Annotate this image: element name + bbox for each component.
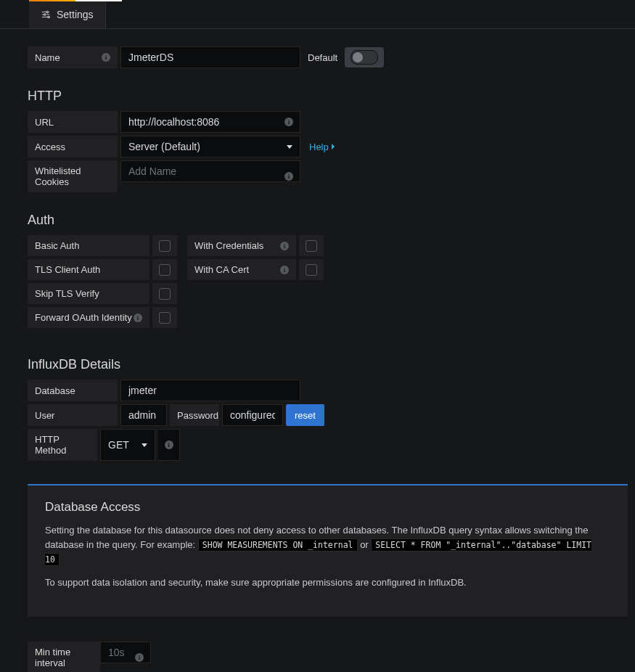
svg-point-2	[48, 16, 49, 17]
database-label: Database	[28, 380, 118, 401]
database-input[interactable]	[120, 380, 300, 401]
database-access-panel: Database Access Setting the database for…	[28, 484, 628, 617]
name-input[interactable]	[120, 46, 300, 68]
info-icon[interactable]	[165, 441, 173, 449]
panel-title: Database Access	[45, 500, 610, 515]
cookies-label: Whitelisted Cookies	[28, 160, 118, 192]
credentials-checkbox[interactable]	[306, 240, 317, 252]
forward-oauth-label: Forward OAuth Identity	[28, 307, 149, 328]
auth-title: Auth	[28, 213, 635, 228]
sliders-icon	[41, 9, 51, 20]
credentials-label: With Credentials	[187, 235, 296, 256]
access-select[interactable]: Server (Default)	[120, 136, 300, 157]
cacert-checkbox[interactable]	[306, 264, 317, 276]
access-label: Access	[28, 136, 118, 157]
info-icon[interactable]	[135, 653, 144, 662]
http-method-label: HTTP Method	[28, 429, 97, 461]
user-label: User	[28, 404, 118, 426]
svg-point-0	[46, 11, 48, 12]
chevron-right-icon	[332, 144, 335, 149]
chevron-down-icon	[142, 443, 147, 447]
min-interval-label: Min time interval	[28, 642, 100, 672]
forward-oauth-checkbox[interactable]	[159, 312, 171, 324]
name-label: Name	[28, 46, 118, 68]
panel-text-2: To support data isolation and security, …	[45, 575, 610, 590]
tab-label: Settings	[57, 9, 94, 20]
default-toggle[interactable]	[351, 50, 378, 65]
url-input[interactable]	[120, 111, 300, 133]
basic-auth-checkbox[interactable]	[159, 240, 171, 252]
svg-point-1	[44, 13, 45, 15]
skip-tls-checkbox[interactable]	[159, 288, 171, 300]
cookies-input[interactable]	[120, 160, 300, 182]
password-input[interactable]	[222, 404, 283, 426]
min-interval-input[interactable]	[100, 642, 151, 663]
info-icon[interactable]	[284, 172, 293, 181]
influx-title: InfluxDB Details	[28, 357, 635, 372]
default-label: Default	[308, 52, 337, 63]
info-icon[interactable]	[134, 314, 142, 322]
info-icon[interactable]	[284, 118, 293, 126]
http-method-select[interactable]: GET	[100, 429, 155, 461]
user-input[interactable]	[120, 404, 167, 426]
tls-checkbox[interactable]	[159, 264, 171, 276]
password-label: Password	[170, 404, 219, 426]
info-icon[interactable]	[280, 266, 289, 274]
http-title: HTTP	[28, 89, 635, 104]
cacert-label: With CA Cert	[187, 259, 296, 280]
info-icon[interactable]	[280, 242, 289, 250]
reset-button[interactable]: reset	[286, 404, 324, 426]
code-sample-1: SHOW MEASUREMENTS ON _internal	[198, 538, 358, 552]
chevron-down-icon	[287, 145, 292, 149]
tab-settings[interactable]: Settings	[29, 0, 106, 28]
help-link[interactable]: Help	[303, 136, 340, 157]
panel-text-1: Setting the database for this datasource…	[45, 523, 610, 567]
url-label: URL	[28, 111, 118, 133]
skip-tls-label: Skip TLS Verify	[28, 283, 149, 304]
tls-label: TLS Client Auth	[28, 259, 149, 280]
info-icon[interactable]	[102, 53, 110, 62]
tab-bar: Settings	[0, 0, 635, 29]
basic-auth-label: Basic Auth	[28, 235, 149, 256]
